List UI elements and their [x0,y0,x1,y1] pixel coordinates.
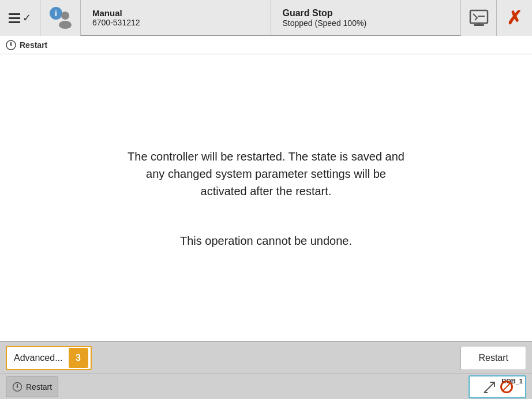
action-bar: Advanced... 3 Restart [0,341,532,374]
status-restart-label: Restart [26,382,52,391]
header-status-info: Guard Stop Stopped (Speed 100%) [271,0,461,35]
screen-icon-button[interactable] [460,0,496,36]
main-primary-text: The controller will be restarted. The st… [128,148,404,200]
main-warning-text: This operation cannot be undone. [180,234,352,248]
rob-status-box: ROB_1 [469,375,526,398]
advanced-button[interactable]: Advanced... 3 [6,346,92,370]
rob-icons [482,379,513,395]
header-guard-stop: Guard Stop [283,8,449,18]
header-mode: Manual [92,8,259,18]
header-mode-info: Manual 6700-531212 [81,0,271,35]
restart-bar-label: Restart [20,40,47,50]
header-serial: 6700-531212 [92,18,259,27]
close-button[interactable]: ✗ [496,0,532,36]
svg-point-3 [59,21,72,29]
svg-point-13 [17,386,18,387]
info-user-button[interactable]: i [40,0,81,36]
advanced-badge: 3 [69,348,88,368]
main-content: The controller will be restarted. The st… [0,54,532,341]
user-info-icon: i [48,5,73,31]
hamburger-check-button[interactable]: ✓ [0,0,40,36]
svg-rect-5 [474,24,484,26]
status-restart-icon [12,382,23,392]
svg-point-10 [10,44,12,46]
hamburger-icon [9,13,20,23]
header-stopped: Stopped (Speed 100%) [283,18,449,28]
header-right-buttons: ✗ [460,0,532,35]
close-icon: ✗ [507,9,522,27]
restart-action-label: Restart [478,353,508,363]
rob-forbidden-icon [500,381,513,393]
header: ✓ i Manual 6700-531212 Guard Stop Stoppe… [0,0,532,36]
restart-action-button[interactable]: Restart [460,346,526,370]
status-bar: Restart ROB_1 [0,374,532,399]
screen-icon [469,8,489,28]
checkmark-icon: ✓ [23,12,31,24]
svg-point-2 [61,12,69,20]
restart-title-icon [6,40,16,50]
svg-text:i: i [55,9,57,18]
status-restart-button[interactable]: Restart [6,376,58,397]
rob-motion-icon [482,379,498,395]
advanced-button-label: Advanced... [8,353,69,363]
svg-line-14 [484,382,494,393]
restart-title-bar: Restart [0,36,532,54]
